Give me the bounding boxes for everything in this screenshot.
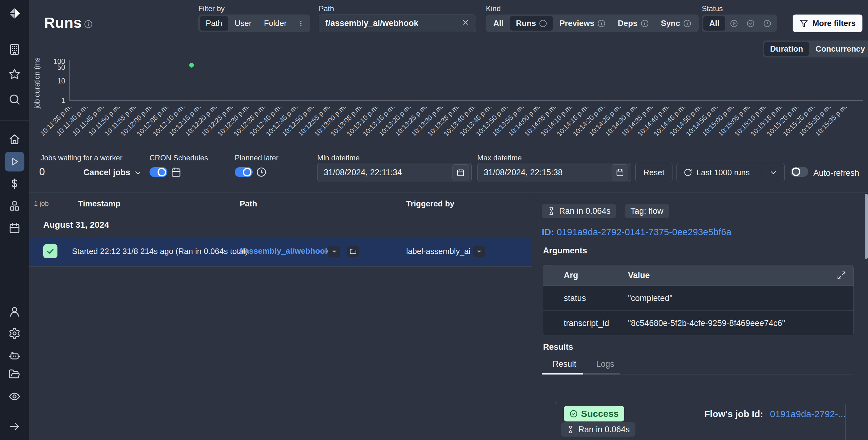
card-duration-badge: Ran in 0.064s: [561, 422, 636, 437]
filter-by-label: Filter by: [198, 4, 224, 13]
cancel-jobs-button[interactable]: Cancel jobs: [84, 168, 142, 177]
path-filter-input[interactable]: f/assembly_ai/webhook: [319, 14, 476, 32]
run-timestamp: Started 22:12 31/8 214s ago (Ran in 0.06…: [72, 246, 248, 256]
filter-by-user[interactable]: User: [229, 16, 258, 31]
kind-deps-info-icon: [641, 20, 649, 28]
status-all[interactable]: All: [703, 16, 725, 31]
runs-play-icon[interactable]: [8, 155, 21, 168]
run-success-checkbox[interactable]: [43, 244, 58, 258]
status-running-play-circle-icon[interactable]: [726, 16, 742, 31]
expand-sidebar-arrow-icon[interactable]: [8, 420, 21, 433]
folders-icon[interactable]: [8, 368, 21, 380]
variables-dollar-icon[interactable]: [8, 178, 21, 190]
run-path-link[interactable]: f/assembly_ai/webhook: [240, 246, 329, 256]
chart-mode-segmented: Duration Concurrency: [763, 40, 868, 57]
last-runs-button[interactable]: Last 1000 runs: [677, 163, 756, 182]
hourglass-icon: [566, 426, 575, 434]
filter-by-folder[interactable]: Folder: [258, 16, 292, 31]
max-datetime-label: Max datetime: [477, 153, 522, 162]
cron-calendar-icon: [170, 167, 182, 179]
arguments-col-value: Value: [628, 271, 650, 280]
panel-divider: [532, 193, 532, 440]
schedules-calendar-icon[interactable]: [8, 222, 21, 234]
arguments-table-header: Arg Value: [544, 265, 854, 286]
min-datetime-label: Min datetime: [317, 153, 360, 162]
path-folder-icon[interactable]: [347, 246, 359, 257]
svg-text:1: 1: [61, 96, 65, 105]
user-icon[interactable]: [8, 305, 21, 318]
panel-scrollbar[interactable]: [865, 194, 868, 259]
search-icon[interactable]: [8, 93, 21, 106]
sidebar-divider: [0, 120, 29, 120]
max-datetime-input[interactable]: 31/08/2024, 22:15:38: [477, 163, 631, 182]
filter-by-more-kebab-icon[interactable]: [293, 16, 309, 31]
funnel-icon: [799, 19, 808, 28]
column-header-timestamp[interactable]: Timestamp: [78, 199, 121, 209]
tab-result[interactable]: Result: [553, 359, 577, 369]
success-badge: Success: [564, 406, 624, 421]
run-triggered-by: label-assembly_ai: [406, 246, 470, 256]
resources-boxes-icon[interactable]: [8, 200, 21, 212]
header-divider: [29, 214, 532, 214]
hourglass-icon: [547, 207, 555, 215]
triggered-by-filter-lines-icon[interactable]: [473, 246, 485, 257]
arguments-title: Arguments: [543, 246, 587, 256]
min-datetime-calendar-icon[interactable]: [452, 165, 469, 180]
workspace-icon[interactable]: [8, 43, 21, 56]
more-filters-button[interactable]: More filters: [793, 14, 862, 32]
runs-page: Runs Filter by Path User Folder Path f/a…: [0, 0, 868, 440]
last-runs-dropdown-button[interactable]: [762, 163, 784, 182]
run-table-row[interactable]: Started 22:12 31/8 214s ago (Ran in 0.06…: [29, 237, 532, 267]
table-top-divider: [29, 192, 868, 193]
chevron-down-icon: [769, 168, 777, 177]
tab-logs[interactable]: Logs: [596, 359, 614, 369]
workers-bot-icon[interactable]: [8, 349, 21, 361]
settings-gear-icon[interactable]: [8, 327, 21, 340]
status-success-check-circle-icon[interactable]: [743, 16, 758, 31]
flow-job-id-link[interactable]: 0191a9da-2792-...: [770, 409, 846, 419]
kind-all[interactable]: All: [488, 16, 509, 31]
runs-info-icon[interactable]: [84, 20, 93, 30]
path-filter-value: f/assembly_ai/webhook: [325, 19, 418, 28]
cron-schedules-toggle[interactable]: [150, 167, 167, 177]
home-icon[interactable]: [8, 133, 21, 146]
run-id-link[interactable]: 0191a9da-2792-0141-7375-0ee293e5bf6a: [557, 227, 732, 237]
windmill-logo-icon[interactable]: [7, 6, 22, 20]
planned-later-toggle[interactable]: [235, 167, 253, 177]
kind-deps[interactable]: Deps: [612, 16, 655, 31]
chart-mode-duration[interactable]: Duration: [764, 42, 809, 56]
run-id-line: ID: 0191a9da-2792-0141-7375-0ee293e5bf6a: [542, 227, 732, 237]
arguments-col-arg: Arg: [544, 271, 628, 280]
svg-text:100: 100: [54, 57, 65, 65]
chevron-down-icon: [133, 168, 142, 177]
kind-previews[interactable]: Previews: [554, 16, 611, 31]
argument-row: transcript_id "8c54680e-5f2b-4cfe-9259-8…: [544, 311, 854, 335]
sidebar: [0, 0, 29, 440]
planned-later-label: Planned later: [235, 153, 278, 162]
column-header-triggered-by[interactable]: Triggered by: [406, 199, 455, 209]
kind-sync[interactable]: Sync: [655, 16, 697, 31]
check-circle-icon: [569, 409, 578, 418]
status-failure-alert-circle-icon[interactable]: [759, 16, 775, 31]
path-label: Path: [319, 4, 334, 13]
auto-refresh-toggle[interactable]: [790, 167, 808, 177]
tabs-divider: [542, 374, 852, 375]
expand-arguments-icon[interactable]: [837, 271, 846, 282]
audit-eye-icon[interactable]: [8, 390, 21, 403]
argument-name: status: [544, 294, 628, 303]
kind-runs[interactable]: Runs: [510, 16, 553, 31]
status-segmented: All: [702, 14, 777, 32]
argument-name: transcript_id: [544, 319, 628, 328]
run-id-label: ID:: [542, 227, 554, 237]
status-label: Status: [702, 4, 723, 13]
max-datetime-calendar-icon[interactable]: [612, 165, 628, 180]
clear-path-x-icon[interactable]: [462, 18, 469, 28]
job-count: 1 job: [34, 200, 49, 208]
favorites-star-icon[interactable]: [8, 68, 21, 80]
filter-by-path[interactable]: Path: [200, 16, 228, 31]
reset-button[interactable]: Reset: [636, 163, 673, 182]
path-filter-lines-icon[interactable]: [328, 246, 340, 257]
chart-mode-concurrency[interactable]: Concurrency: [810, 42, 868, 56]
column-header-path[interactable]: Path: [240, 199, 257, 209]
min-datetime-input[interactable]: 31/08/2024, 22:11:34: [317, 163, 472, 182]
